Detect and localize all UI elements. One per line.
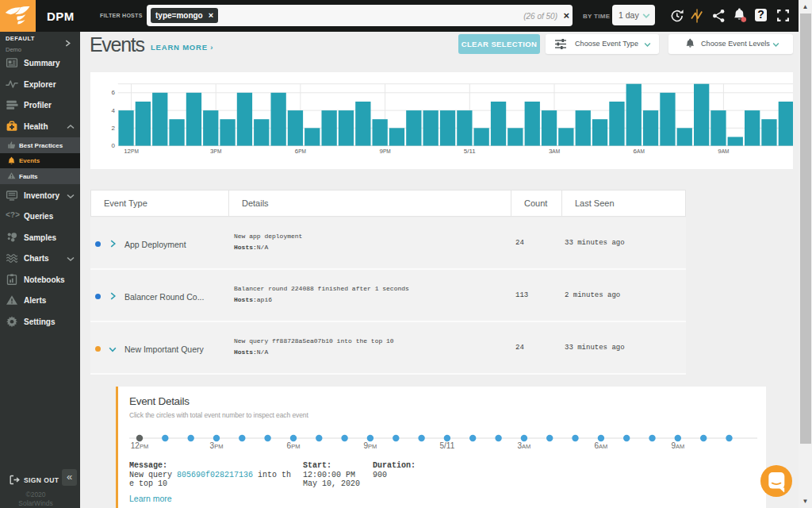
svg-text:6PM: 6PM: [295, 148, 306, 155]
svg-text:9AM: 9AM: [671, 441, 684, 450]
svg-text:12PM: 12PM: [124, 148, 139, 155]
svg-text:6PM: 6PM: [287, 441, 301, 450]
svg-text:9PM: 9PM: [363, 441, 377, 450]
svg-text:0: 0: [112, 142, 116, 149]
svg-text:12PM: 12PM: [131, 441, 148, 450]
svg-text:3PM: 3PM: [210, 148, 221, 155]
svg-text:6: 6: [112, 89, 116, 96]
svg-text:5/11: 5/11: [440, 441, 455, 450]
svg-text:6AM: 6AM: [634, 148, 645, 155]
svg-text:9AM: 9AM: [718, 148, 729, 155]
svg-text:9PM: 9PM: [379, 148, 390, 155]
svg-text:6AM: 6AM: [594, 441, 607, 450]
svg-text:5/11: 5/11: [464, 148, 477, 155]
svg-text:3PM: 3PM: [210, 441, 224, 450]
svg-text:4: 4: [112, 107, 116, 114]
svg-text:3AM: 3AM: [549, 148, 560, 155]
svg-text:2: 2: [112, 125, 116, 132]
svg-text:3AM: 3AM: [517, 441, 530, 450]
